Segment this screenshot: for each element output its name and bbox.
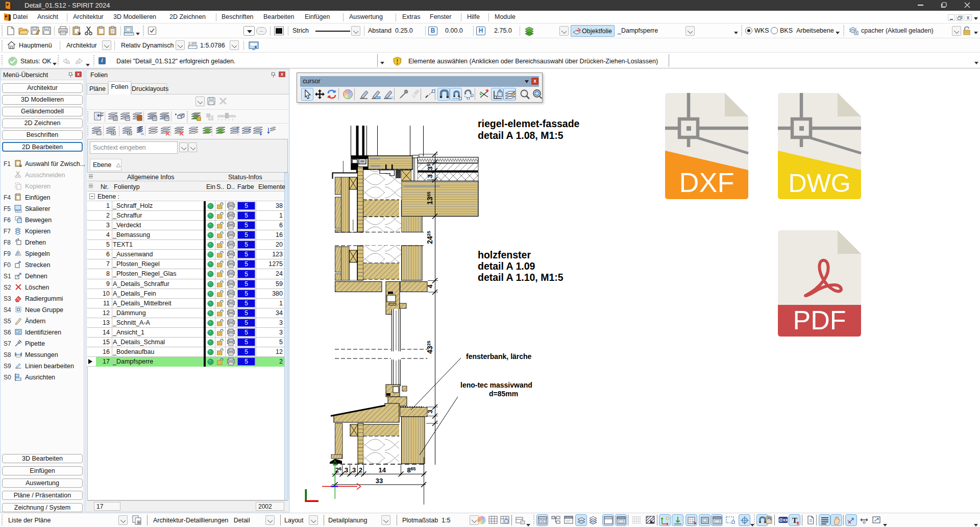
svg-text:DXF: DXF: [679, 167, 734, 198]
svg-text:T: T: [792, 516, 797, 524]
svg-text:@xx: @xx: [779, 517, 788, 522]
svg-text:DWG: DWG: [788, 169, 850, 198]
svg-text:1:100: 1:100: [188, 41, 197, 45]
svg-text:PDF: PDF: [793, 305, 846, 335]
